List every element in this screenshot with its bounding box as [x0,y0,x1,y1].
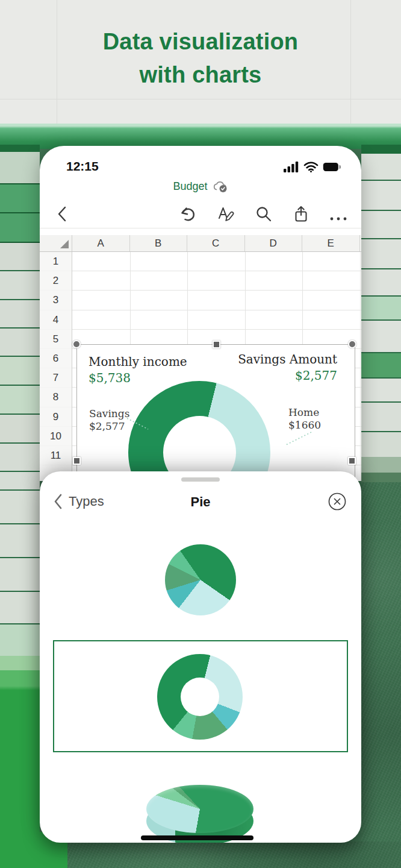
close-icon[interactable] [328,492,347,511]
document-title[interactable]: Budget [173,180,207,193]
row-headers: 1234567891011 [40,252,72,481]
hero-gridline-horizontal [0,99,401,99]
gridline-col-e [360,252,361,481]
row-header-9[interactable]: 9 [40,407,72,427]
sheet-back-button[interactable]: Types [53,493,104,510]
row-header-4[interactable]: 4 [40,310,72,330]
slice-label-savings: Savings $2,577 [89,407,129,433]
pie-3d-top [146,785,253,833]
column-headers: ABCDE [72,235,360,251]
selection-handle-mid-left[interactable] [73,457,81,465]
more-options-icon[interactable] [329,210,347,228]
kpi-monthly-income-value: $5,738 [89,371,187,385]
row-header-6[interactable]: 6 [40,349,72,368]
column-header-C[interactable]: C [187,235,245,251]
kpi-monthly-income: Monthly income $5,738 [89,354,187,385]
row-header-2[interactable]: 2 [40,271,72,291]
row-header-10[interactable]: 10 [40,427,72,446]
undo-icon[interactable] [178,205,196,223]
column-header-A[interactable]: A [72,235,130,251]
kpi-savings-amount-label: Savings Amount [238,352,337,366]
chart-object[interactable]: Monthly income $5,738 Savings Amount $2,… [76,344,355,481]
row-header-11[interactable]: 11 [40,446,72,465]
column-header-E[interactable]: E [302,235,360,251]
home-indicator[interactable] [141,835,253,840]
kpi-monthly-income-label: Monthly income [89,354,187,369]
toolbar-divider [40,228,361,228]
share-icon[interactable] [292,205,310,223]
wifi-icon [303,162,319,172]
sheet-back-label: Types [69,494,104,509]
phone-mockup: 12:15 Budget [40,146,361,481]
row-header-3[interactable]: 3 [40,291,72,310]
background-stripes-right [361,145,401,488]
background-stripes-left [0,145,40,868]
chart-type-option-doughnut-selected[interactable] [53,640,348,752]
green-band [0,124,401,149]
column-header-B[interactable]: B [130,235,188,251]
kpi-savings-amount: Savings Amount $2,577 [238,352,337,383]
selection-handle-top-left[interactable] [72,340,81,348]
chart-type-option-pie-3d[interactable] [146,785,253,843]
page-title: Data visualization with charts [0,25,401,92]
row-header-1[interactable]: 1 [40,252,72,271]
row-header-5[interactable]: 5 [40,330,72,349]
selection-handle-top-right[interactable] [348,340,356,348]
column-header-D[interactable]: D [245,235,303,251]
sheet-drag-handle[interactable] [181,477,220,482]
status-bar-icons [284,162,341,172]
column-header-row: ABCDE [40,235,361,252]
kpi-savings-amount-value: $2,577 [238,368,337,383]
doughnut-preview-hole [181,678,219,716]
spreadsheet-grid: ABCDE 1234567891011 Monthly income $5,73… [40,235,361,481]
slice-label-home: Home $1660 [288,406,321,432]
select-all-triangle-icon [60,240,69,248]
back-chevron-icon [53,493,63,510]
selection-handle-mid-right[interactable] [348,457,356,465]
cellular-signal-icon [284,162,299,172]
chart-type-bottom-sheet: Pie Types [40,471,361,843]
doughnut-chart[interactable] [128,381,270,481]
select-all-corner[interactable] [40,235,72,251]
sheet-header: Pie Types [40,489,361,517]
background-fabric-bottom [67,841,401,868]
cloud-saved-icon [212,180,228,193]
background-fabric-right [361,482,401,868]
screenshot-root: { "hero": { "title_line1": "Data visuali… [0,0,401,868]
page-title-line1: Data visualization [0,25,401,58]
doughnut-preview [157,654,243,740]
back-chevron-icon[interactable] [54,205,72,223]
document-title-row: Budget [40,180,361,193]
chart-type-option-pie[interactable] [165,544,236,615]
selection-handle-top-center[interactable] [213,341,220,348]
row-header-8[interactable]: 8 [40,388,72,407]
battery-icon [323,162,341,172]
format-pen-icon[interactable] [217,205,235,223]
page-title-line2: with charts [0,58,401,92]
status-bar-time: 12:15 [66,159,99,174]
toolbar [40,203,361,228]
search-icon[interactable] [255,205,273,223]
row-header-7[interactable]: 7 [40,368,72,388]
